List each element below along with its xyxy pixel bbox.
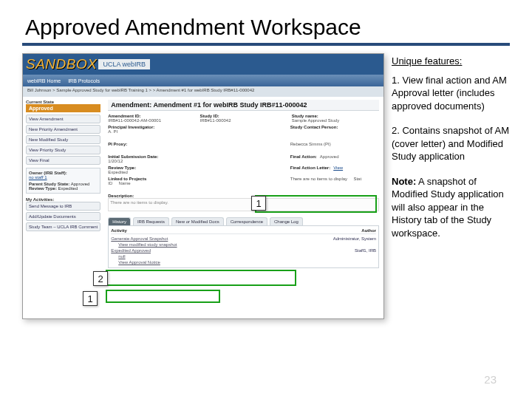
amendment-title: Amendment: Amendment #1 for webIRB Study… — [108, 100, 379, 111]
history-row: View modified study snapshot — [111, 242, 376, 248]
callout-number-1a: 1 — [251, 196, 266, 211]
state-value: Approved — [26, 104, 100, 112]
history-row: View Approval Notice — [111, 259, 376, 265]
screenshot-column: SANDBOX UCLA webIRB webIRB Home IRB Prot… — [22, 53, 384, 319]
main-panel: Amendment: Amendment #1 for webIRB Study… — [103, 97, 383, 318]
tab-correspondence[interactable]: Correspondence — [226, 217, 267, 225]
activity-button[interactable]: Send Message to IRB — [26, 202, 100, 211]
callout-number-1b: 1 — [83, 291, 98, 306]
inner-tabs: History IRB Requests New or Modified Doc… — [108, 217, 379, 225]
top-tab[interactable]: webIRB Home — [27, 78, 61, 83]
breadcrumb: Bill Johnson > Sample Approved Study for… — [23, 86, 383, 97]
sidebar-button[interactable]: View Amendment — [26, 115, 100, 123]
sidebar-button[interactable]: View Final — [26, 156, 100, 165]
history-row: Expedited ApprovedStaff1, IRB — [111, 248, 376, 253]
note-paragraph: Note: A snapshot of Modified Study appli… — [392, 175, 510, 240]
sidebar-button[interactable]: View Priority Study — [26, 146, 100, 154]
top-tab[interactable]: IRB Protocols — [68, 78, 100, 83]
tab-newmoddocs[interactable]: New or Modified Docs — [171, 217, 224, 225]
page-number: 23 — [484, 373, 497, 386]
screenshot-mock: SANDBOX UCLA webIRB webIRB Home IRB Prot… — [22, 53, 384, 319]
tab-history[interactable]: History — [108, 217, 131, 225]
callout-number-2: 2 — [93, 271, 108, 286]
note-item-2: 2. Contains snapshot of AM (cover letter… — [392, 124, 510, 163]
activity-button[interactable]: Study Team – UCLA IRB Comment — [26, 222, 100, 231]
sidebar-button[interactable]: New Priority Amendment — [26, 125, 100, 134]
slide-title: Approved Amendment Workspace — [22, 15, 510, 46]
sidebar-button[interactable]: New Modified Study — [26, 135, 100, 144]
notes-header: Unique features: — [392, 55, 510, 68]
history-row: Generate Approval SnapshotAdministrator,… — [111, 236, 376, 242]
left-sidebar: Current State Approved View Amendment Ne… — [23, 97, 103, 318]
activity-button[interactable]: Add/Update Documents — [26, 212, 100, 221]
sandbox-logo: SANDBOX — [26, 56, 97, 72]
ucla-box: UCLA webIRB — [98, 59, 150, 69]
history-row: null — [111, 253, 376, 259]
tab-changelog[interactable]: Change Log — [270, 217, 303, 225]
note-item-1: 1. View final action and AM Approval let… — [392, 74, 510, 113]
top-tabs: webIRB Home IRB Protocols — [23, 75, 383, 86]
description-box: There are no items to display. — [108, 198, 379, 211]
history-table: ActivityAuthor Generate Approval Snapsho… — [108, 225, 379, 268]
sidebar-infobox: Owner (IRB Staff):no staff 1 Parent Stud… — [26, 168, 100, 194]
tab-irbrequests[interactable]: IRB Requests — [133, 217, 169, 225]
notes-column: Unique features: 1. View final action an… — [392, 53, 510, 319]
topbar: SANDBOX UCLA webIRB — [23, 54, 383, 75]
